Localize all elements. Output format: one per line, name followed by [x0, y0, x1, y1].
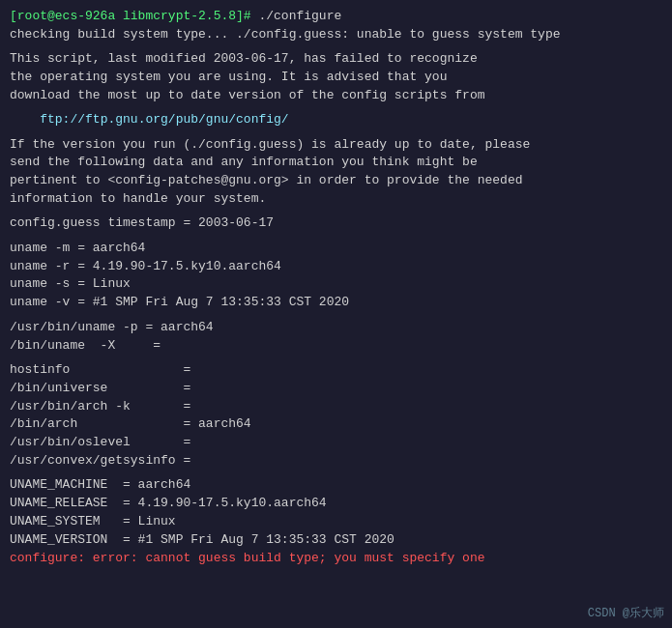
terminal-line: send the following data and any informat…	[10, 154, 662, 172]
terminal-line: /usr/convex/getsysinfo =	[10, 452, 662, 471]
terminal-output: [root@ecs-926a libmcrypt-2.5.8]# ./confi…	[10, 8, 662, 568]
terminal-line: /bin/universe =	[10, 380, 662, 398]
terminal-line: uname -m = aarch64	[10, 240, 662, 258]
watermark: CSDN @乐大师	[588, 606, 664, 622]
terminal-line: If the version you run (./config.guess) …	[10, 136, 662, 155]
terminal-line: hostinfo =	[10, 361, 662, 380]
terminal-window: [root@ecs-926a libmcrypt-2.5.8]# ./confi…	[0, 0, 672, 628]
terminal-line: uname -v = #1 SMP Fri Aug 7 13:35:33 CST…	[10, 294, 662, 312]
terminal-line: [root@ecs-926a libmcrypt-2.5.8]# ./confi…	[10, 8, 662, 26]
terminal-line: ftp://ftp.gnu.org/pub/gnu/config/	[10, 111, 662, 129]
terminal-line: UNAME_RELEASE = 4.19.90-17.5.ky10.aarch6…	[10, 495, 662, 513]
terminal-line: download the most up to date version of …	[10, 87, 662, 105]
terminal-line: /usr/bin/uname -p = aarch64	[10, 319, 662, 337]
terminal-line: /bin/uname -X =	[10, 337, 662, 356]
terminal-line: UNAME_VERSION = #1 SMP Fri Aug 7 13:35:3…	[10, 531, 662, 550]
terminal-line: config.guess timestamp = 2003-06-17	[10, 214, 662, 233]
terminal-line: UNAME_MACHINE = aarch64	[10, 476, 662, 495]
terminal-line: uname -s = Linux	[10, 275, 662, 294]
terminal-line: pertinent to <config-patches@gnu.org> in…	[10, 172, 662, 190]
terminal-line: UNAME_SYSTEM = Linux	[10, 513, 662, 531]
terminal-line: information to handle your system.	[10, 190, 662, 209]
terminal-line: configure: error: cannot guess build typ…	[10, 550, 662, 568]
terminal-line: the operating system you are using. It i…	[10, 69, 662, 87]
terminal-line: checking build system type... ./config.g…	[10, 26, 662, 44]
terminal-line: uname -r = 4.19.90-17.5.ky10.aarch64	[10, 258, 662, 276]
terminal-line: This script, last modified 2003-06-17, h…	[10, 50, 662, 69]
terminal-line: /usr/bin/arch -k =	[10, 398, 662, 416]
terminal-line: /usr/bin/oslevel =	[10, 434, 662, 452]
terminal-line: /bin/arch = aarch64	[10, 415, 662, 434]
